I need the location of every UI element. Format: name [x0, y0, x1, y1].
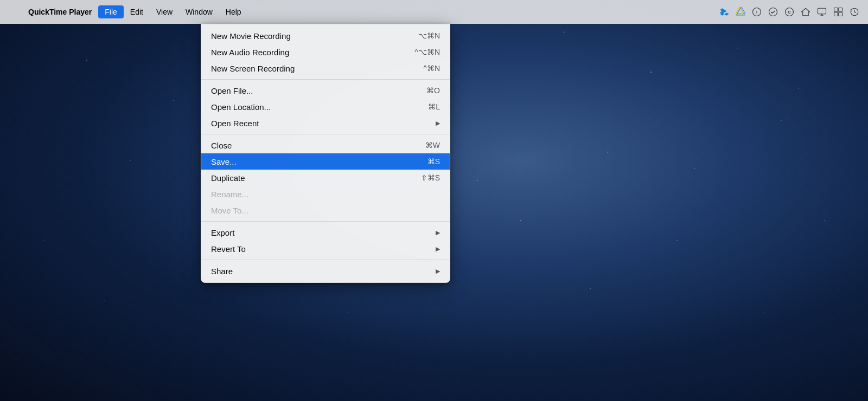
- menu-file[interactable]: File: [98, 5, 124, 18]
- svg-text:C: C: [788, 10, 791, 15]
- menu-item-open-file[interactable]: Open File... ⌘O: [201, 82, 450, 99]
- svg-text:i: i: [756, 10, 757, 15]
- apple-menu[interactable]: [7, 10, 22, 14]
- menu-item-export[interactable]: Export ▶: [201, 224, 450, 241]
- separator-2: [201, 134, 450, 134]
- shortcut-open-file: ⌘O: [426, 86, 440, 95]
- menu-item-save[interactable]: Save... ⌘S: [201, 153, 450, 170]
- svg-point-5: [769, 8, 777, 16]
- svg-rect-10: [834, 8, 838, 12]
- menu-item-share[interactable]: Share ▶: [201, 263, 450, 279]
- svg-marker-8: [802, 8, 810, 16]
- svg-rect-9: [818, 8, 826, 14]
- menu-view[interactable]: View: [150, 5, 179, 18]
- arrow-export: ▶: [436, 229, 440, 236]
- time-machine-icon[interactable]: [847, 5, 861, 19]
- svg-rect-11: [839, 8, 843, 12]
- shortcut-new-movie: ⌥⌘N: [418, 31, 440, 40]
- home-icon[interactable]: [799, 5, 813, 19]
- check-icon[interactable]: [766, 5, 780, 19]
- separator-4: [201, 260, 450, 260]
- menu-item-move-to: Move To...: [201, 202, 450, 218]
- menu-item-revert-to[interactable]: Revert To ▶: [201, 241, 450, 257]
- 1password-icon[interactable]: i: [750, 5, 764, 19]
- menu-item-close[interactable]: Close ⌘W: [201, 137, 450, 153]
- dropbox-icon[interactable]: [717, 5, 731, 19]
- airplay-icon[interactable]: [815, 5, 829, 19]
- file-dropdown-menu: New Movie Recording ⌥⌘N New Audio Record…: [201, 24, 450, 283]
- menu-item-rename: Rename...: [201, 186, 450, 202]
- shortcut-new-screen: ^⌘N: [423, 64, 440, 73]
- menu-edit[interactable]: Edit: [124, 5, 150, 18]
- svg-rect-12: [834, 12, 838, 16]
- googledrive-icon[interactable]: [733, 5, 748, 19]
- shortcut-new-audio: ^⌥⌘N: [414, 48, 440, 56]
- menu-window[interactable]: Window: [179, 5, 219, 18]
- arrow-open-recent: ▶: [436, 120, 440, 127]
- menu-item-duplicate[interactable]: Duplicate ⇧⌘S: [201, 170, 450, 186]
- svg-rect-13: [839, 12, 843, 16]
- shortcut-duplicate: ⇧⌘S: [421, 173, 440, 182]
- menubar-left: QuickTime Player File Edit View Window H…: [7, 5, 248, 18]
- shortcut-open-location: ⌘L: [428, 102, 440, 111]
- grid-icon[interactable]: [831, 5, 845, 19]
- menu-item-new-audio-recording[interactable]: New Audio Recording ^⌥⌘N: [201, 44, 450, 60]
- arrow-share: ▶: [436, 268, 440, 275]
- menubar: QuickTime Player File Edit View Window H…: [0, 0, 868, 24]
- shortcut-close: ⌘W: [425, 141, 440, 150]
- menu-item-new-movie-recording[interactable]: New Movie Recording ⌥⌘N: [201, 28, 450, 44]
- menu-item-open-recent[interactable]: Open Recent ▶: [201, 115, 450, 131]
- app-name[interactable]: QuickTime Player: [22, 5, 98, 18]
- menu-item-open-location[interactable]: Open Location... ⌘L: [201, 99, 450, 115]
- system-tray: i C: [717, 5, 861, 19]
- separator-1: [201, 79, 450, 80]
- menu-item-new-screen-recording[interactable]: New Screen Recording ^⌘N: [201, 60, 450, 76]
- menu-help[interactable]: Help: [219, 5, 248, 18]
- shortcut-save: ⌘S: [427, 157, 440, 166]
- carbon-copy-icon[interactable]: C: [782, 5, 796, 19]
- separator-3: [201, 221, 450, 222]
- arrow-revert-to: ▶: [436, 245, 440, 253]
